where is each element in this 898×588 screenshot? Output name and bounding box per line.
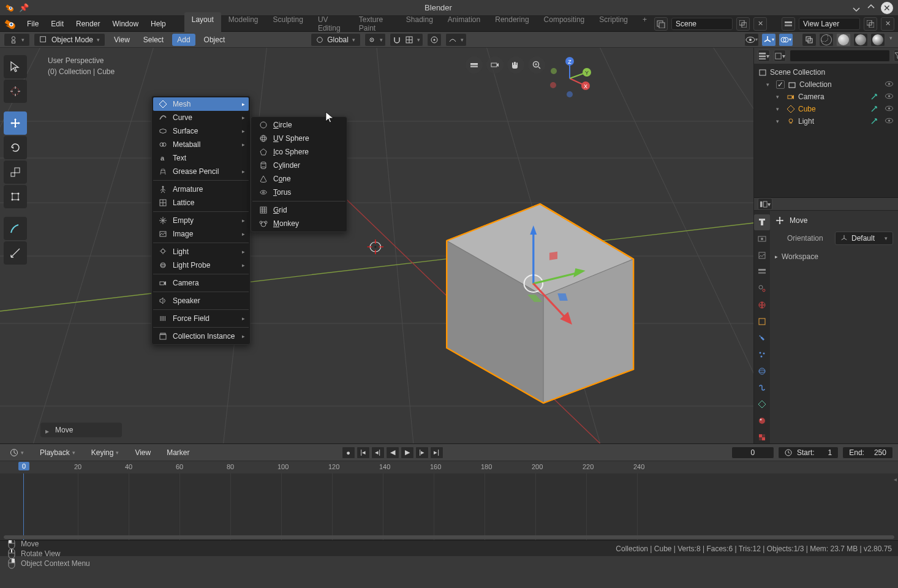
zoom-button[interactable] [466, 56, 483, 74]
end-frame-field[interactable]: End:250 [842, 447, 893, 459]
workspace-tab-rendering[interactable]: Rendering [488, 12, 536, 36]
properties-tab-mesh-data[interactable] [754, 396, 770, 412]
edit-menu[interactable]: Edit [45, 17, 70, 31]
visibility-toggle[interactable] [883, 105, 894, 114]
close-button[interactable]: ✕ [881, 2, 893, 14]
shading-lookdev-button[interactable] [853, 33, 868, 47]
collection-checkbox[interactable]: ✓ [776, 80, 785, 89]
add-light-probe[interactable]: Light Probe▸ [153, 258, 249, 272]
shading-wireframe-button[interactable] [819, 33, 834, 47]
add-collection-instance[interactable]: Collection Instance▸ [153, 330, 249, 343]
workspace-tab-compositing[interactable]: Compositing [537, 12, 592, 36]
properties-editor-type[interactable]: ▾ [758, 198, 772, 210]
last-operator-panel[interactable]: ▸Move [40, 423, 122, 437]
workspace-panel-header[interactable]: ▸Workspace [775, 250, 893, 263]
add-force-field[interactable]: Force Field▸ [153, 312, 249, 325]
overlay-toggle[interactable]: ▾ [779, 33, 793, 47]
add-curve[interactable]: Curve▸ [153, 111, 249, 124]
timeline-editor-type[interactable]: ▾ [5, 447, 29, 459]
start-frame-field[interactable]: Start:1 [778, 447, 839, 459]
xray-toggle[interactable] [802, 33, 817, 47]
mesh-circle[interactable]: Circle [252, 118, 345, 132]
mesh-grid[interactable]: Grid [252, 203, 345, 217]
add-text[interactable]: aText [153, 151, 249, 165]
snap-toggle[interactable]: ▾ [390, 33, 423, 47]
visibility-toggle[interactable]: ▾ [744, 33, 759, 47]
scale-tool[interactable] [4, 160, 27, 184]
maximize-button[interactable] [865, 2, 877, 14]
zoom-in-button[interactable] [528, 56, 545, 74]
add-mesh[interactable]: Mesh▸ [153, 97, 249, 111]
camera-view-button[interactable] [486, 56, 504, 74]
outliner-search-input[interactable] [790, 50, 890, 62]
render-menu[interactable]: Render [70, 17, 106, 31]
pin-icon[interactable]: 📌 [19, 3, 29, 12]
select-tool[interactable] [4, 55, 27, 78]
add-grease-pencil[interactable]: Grease Pencil▸ [153, 165, 249, 178]
scene-name-input[interactable] [671, 18, 733, 30]
properties-tab-scene[interactable] [754, 281, 770, 296]
jump-prev-keyframe-button[interactable]: ◂| [371, 447, 385, 459]
gizmo-toggle[interactable]: ▾ [761, 33, 776, 47]
help-menu[interactable]: Help [145, 17, 172, 31]
transform-tool[interactable] [4, 185, 27, 208]
properties-tab-render[interactable] [754, 231, 770, 247]
add-lattice[interactable]: Lattice [153, 196, 249, 209]
mesh-torus[interactable]: Torus [252, 186, 345, 199]
viewlayer-delete-button[interactable]: ✕ [881, 17, 894, 31]
properties-tab-modifier[interactable] [754, 330, 770, 346]
mode-dropdown[interactable]: Object Mode▾ [34, 33, 105, 47]
outliner-item-camera[interactable]: ▾Camera [754, 91, 898, 103]
viewlayer-browse-button[interactable] [782, 17, 795, 31]
blender-logo-icon[interactable] [4, 18, 16, 30]
add-light[interactable]: Light▸ [153, 245, 249, 258]
keying-menu[interactable]: Keying▾ [86, 447, 124, 459]
object-menu[interactable]: Object [199, 34, 230, 46]
mesh-ico-sphere[interactable]: Ico Sphere [252, 145, 345, 159]
marker-menu[interactable]: Marker [162, 447, 194, 459]
annotate-tool[interactable] [4, 217, 27, 240]
scene-new-button[interactable] [736, 17, 750, 31]
properties-tab-physics[interactable] [754, 363, 770, 379]
add-metaball[interactable]: Metaball▸ [153, 138, 249, 151]
outliner-item-cube[interactable]: ▾Cube [754, 103, 898, 115]
window-menu[interactable]: Window [106, 17, 145, 31]
measure-tool[interactable] [4, 241, 27, 265]
select-menu[interactable]: Select [138, 34, 168, 46]
playhead[interactable] [23, 473, 24, 540]
properties-tab-particle[interactable] [754, 347, 770, 363]
view-layer-input[interactable] [799, 18, 860, 30]
visibility-toggle[interactable] [883, 117, 894, 126]
autokeying-toggle[interactable]: ● [342, 447, 355, 459]
outliner-scene-collection[interactable]: Scene Collection [754, 66, 898, 78]
properties-tab-constraint[interactable] [754, 380, 770, 396]
add-empty[interactable]: Empty▸ [153, 214, 249, 227]
workspace-tab-modeling[interactable]: Modeling [221, 12, 266, 36]
add-camera[interactable]: Camera [153, 276, 249, 290]
pan-button[interactable] [507, 56, 524, 74]
current-frame-field[interactable]: 0 [731, 447, 774, 459]
timeline-canvas[interactable]: 0 20406080100120140160180200220240 ◂ [0, 461, 898, 540]
properties-tab-viewlayer[interactable] [754, 264, 770, 280]
workspace-tab-layout[interactable]: Layout [184, 12, 221, 36]
mesh-monkey[interactable]: Monkey [252, 217, 345, 230]
pivot-dropdown[interactable]: ▾ [364, 33, 386, 47]
jump-to-end-button[interactable]: ▸| [430, 447, 443, 459]
outliner-filter-button[interactable] [894, 50, 898, 62]
move-tool[interactable] [4, 111, 27, 135]
mesh-cone[interactable]: Cone [252, 172, 345, 186]
add-surface[interactable]: Surface▸ [153, 124, 249, 138]
add-speaker[interactable]: Speaker [153, 294, 249, 307]
workspace-tab-texture-paint[interactable]: Texture Paint [352, 12, 399, 36]
visibility-toggle[interactable] [883, 80, 894, 89]
play-button[interactable]: ▶ [401, 447, 414, 459]
cursor-tool[interactable] [4, 80, 27, 103]
proportional-falloff-dropdown[interactable]: ▾ [445, 33, 467, 47]
mesh-uv-sphere[interactable]: UV Sphere [252, 132, 345, 145]
jump-next-keyframe-button[interactable]: |▸ [415, 447, 429, 459]
nav-gizmo[interactable]: X Y Z [545, 54, 594, 105]
workspace-tab-sculpting[interactable]: Sculpting [266, 12, 311, 36]
scene-delete-button[interactable]: ✕ [753, 17, 767, 31]
add-image[interactable]: Image▸ [153, 227, 249, 241]
view-menu[interactable]: View [109, 34, 135, 46]
